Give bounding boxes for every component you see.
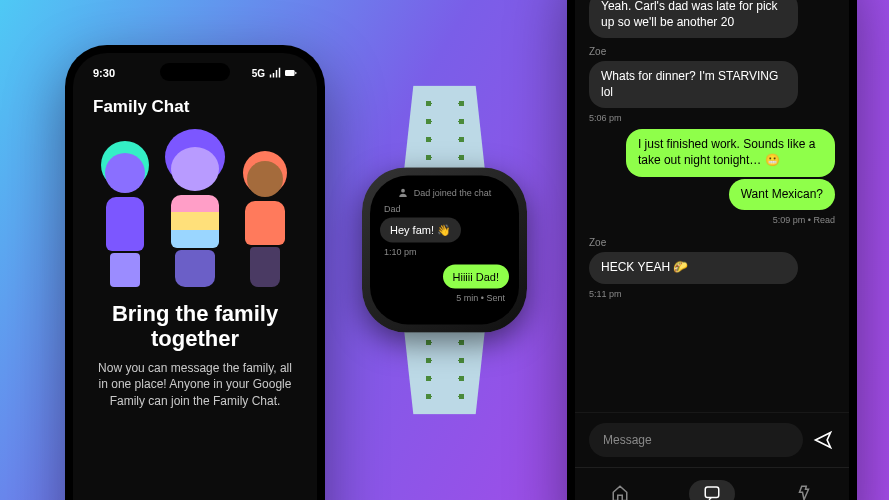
watch-message-in[interactable]: Dad Hey fam! 👋 1:10 pm [380,204,509,257]
watch-joined-text: Dad joined the chat [414,188,492,198]
svg-rect-1 [295,72,296,74]
nav-quests[interactable]: Quests [771,476,837,500]
watch-in-sender: Dad [380,204,509,214]
person-icon [398,188,408,198]
message-out[interactable]: I just finished work. Sounds like a take… [589,129,835,178]
nav-home[interactable]: Home [587,476,653,500]
phone-left-screen: 9:30 5G Family Chat Bring the family tog… [73,53,317,500]
watch-band-bottom [404,325,486,415]
send-icon [813,430,833,450]
signal-icon [269,67,281,79]
watch-message-out[interactable]: Hiiiii Dad! 5 min • Sent [380,265,509,303]
message-bubble: HECK YEAH 🌮 [589,252,798,284]
message-sender: Zoe [589,46,835,57]
bottom-nav: Home Family Chat Quests [575,467,849,500]
watch-band-top [404,86,486,176]
headline: Bring the family together [73,287,317,360]
message-in[interactable]: Zoe Whats for dinner? I'm STARVING lol 5… [589,40,835,129]
watch-bezel: Dad joined the chat Dad Hey fam! 👋 1:10 … [362,168,527,333]
watch-out-bubble: Hiiiii Dad! [443,265,509,289]
message-in[interactable]: Lily Yeah. Carl's dad was late for pick … [589,0,835,40]
home-icon [611,484,629,500]
watch-in-time: 1:10 pm [380,247,509,257]
status-time: 9:30 [93,67,115,79]
subtext: Now you can message the family, all in o… [73,360,317,410]
message-list[interactable]: Lily Yeah. Carl's dad was late for pick … [575,0,849,412]
character-1 [90,147,160,287]
network-label: 5G [252,68,265,79]
character-2 [160,147,230,287]
quests-icon [795,484,813,500]
message-composer: Message [575,412,849,467]
watch-out-time: 5 min • Sent [380,293,509,303]
characters-illustration [73,127,317,287]
character-3 [230,147,300,287]
phone-notch [160,63,230,81]
message-bubble: Whats for dinner? I'm STARVING lol [589,61,798,108]
message-sender: Zoe [589,237,835,248]
svg-point-2 [401,189,405,193]
send-button[interactable] [811,428,835,452]
svg-rect-3 [705,487,719,498]
message-time: 5:11 pm [589,289,835,299]
message-bubble: Yeah. Carl's dad was late for pick up so… [589,0,798,38]
watch-in-bubble: Hey fam! 👋 [380,218,461,243]
message-bubble: Want Mexican? [729,179,835,211]
nav-family-chat[interactable]: Family Chat [678,476,746,500]
svg-rect-0 [285,70,295,76]
message-bubble: I just finished work. Sounds like a take… [626,129,835,176]
phone-right-screen: Lily Yeah. Carl's dad was late for pick … [575,0,849,500]
message-time: 5:06 pm [589,113,835,123]
message-input[interactable]: Message [589,423,803,457]
watch-screen: Dad joined the chat Dad Hey fam! 👋 1:10 … [370,176,519,325]
message-time: 5:09 pm • Read [773,215,835,225]
phone-right-device: Lily Yeah. Carl's dad was late for pick … [567,0,857,500]
phone-left-device: 9:30 5G Family Chat Bring the family tog… [65,45,325,500]
watch-joined-notice: Dad joined the chat [380,188,509,198]
status-icons: 5G [252,67,297,79]
watch-device: Dad joined the chat Dad Hey fam! 👋 1:10 … [355,86,535,415]
app-title: Family Chat [73,85,317,127]
battery-icon [285,67,297,79]
message-out[interactable]: Want Mexican? 5:09 pm • Read [589,179,835,232]
message-in[interactable]: Zoe HECK YEAH 🌮 5:11 pm [589,231,835,305]
chat-icon [703,484,721,500]
